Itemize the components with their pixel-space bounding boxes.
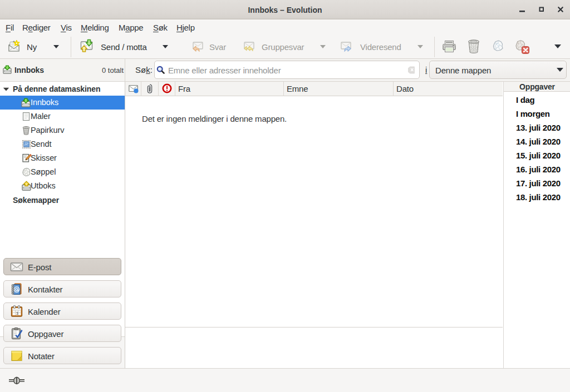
svg-text:3: 3: [16, 311, 18, 315]
